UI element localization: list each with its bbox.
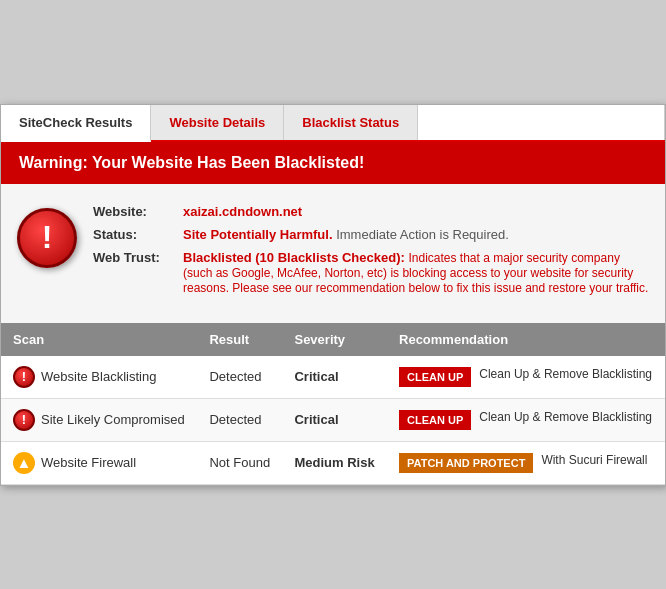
status-bold-text: Site Potentially Harmful. (183, 227, 333, 242)
info-section: ! Website: xaizai.cdndown.net Status: Si… (1, 184, 665, 323)
scan-table: Scan Result Severity Recommendation !Web… (1, 323, 665, 485)
recommendation-cell: CLEAN UPClean Up & Remove Blacklisting (387, 398, 665, 441)
status-label: Status: (93, 227, 183, 242)
recommendation-cell: CLEAN UPClean Up & Remove Blacklisting (387, 356, 665, 399)
result-cell: Detected (197, 356, 282, 399)
website-label: Website: (93, 204, 183, 219)
scan-cell: !Site Likely Compromised (1, 398, 197, 441)
tab-sitcheck-results[interactable]: SiteCheck Results (1, 105, 151, 142)
trust-blacklisted: Blacklisted (10 Blacklists Checked): (183, 250, 405, 265)
col-severity: Severity (282, 323, 387, 356)
tab-bar: SiteCheck Results Website Details Blackl… (1, 105, 665, 142)
cleanup-button[interactable]: CLEAN UP (399, 410, 471, 430)
col-rec-label: Recommendation (399, 332, 508, 347)
tab-spacer (418, 105, 665, 140)
table-row: !Website BlacklistingDetectedCriticalCLE… (1, 356, 665, 399)
status-row: Status: Site Potentially Harmful. Immedi… (93, 227, 649, 242)
website-value: xaizai.cdndown.net (183, 204, 649, 219)
warning-banner: Warning: Your Website Has Been Blacklist… (1, 142, 665, 184)
severity-cell: Critical (282, 398, 387, 441)
alert-circle: ! (17, 208, 77, 268)
severity-cell: Medium Risk (282, 441, 387, 484)
scan-name: Site Likely Compromised (41, 412, 185, 427)
trust-value: Blacklisted (10 Blacklists Checked): Ind… (183, 250, 649, 295)
status-rest-text: Immediate Action is Required. (336, 227, 509, 242)
tab-website-label: Website Details (169, 115, 265, 130)
website-link[interactable]: xaizai.cdndown.net (183, 204, 302, 219)
scan-name: Website Firewall (41, 455, 136, 470)
table-row: !Site Likely CompromisedDetectedCritical… (1, 398, 665, 441)
tab-sitecheck-label: SiteCheck Results (19, 115, 132, 130)
status-value: Site Potentially Harmful. Immediate Acti… (183, 227, 649, 242)
table-header-row: Scan Result Severity Recommendation (1, 323, 665, 356)
col-scan: Scan (1, 323, 197, 356)
rec-description: Clean Up & Remove Blacklisting (479, 367, 652, 381)
warning-icon: ▲ (13, 452, 35, 474)
tab-blacklist-status[interactable]: Blacklist Status (284, 105, 418, 140)
scan-name: Website Blacklisting (41, 369, 156, 384)
alert-icon: ! (17, 208, 77, 268)
website-row: Website: xaizai.cdndown.net (93, 204, 649, 219)
scan-cell: ▲Website Firewall (1, 441, 197, 484)
result-cell: Detected (197, 398, 282, 441)
error-icon: ! (13, 409, 35, 431)
col-scan-label: Scan (13, 332, 44, 347)
cleanup-button[interactable]: CLEAN UP (399, 367, 471, 387)
recommendation-cell: PATCH AND PROTECTWith Sucuri Firewall (387, 441, 665, 484)
info-table: Website: xaizai.cdndown.net Status: Site… (93, 204, 649, 303)
col-result-label: Result (209, 332, 249, 347)
main-window: SiteCheck Results Website Details Blackl… (0, 104, 666, 486)
trust-label: Web Trust: (93, 250, 183, 265)
col-result: Result (197, 323, 282, 356)
severity-cell: Critical (282, 356, 387, 399)
col-recommendation: Recommendation (387, 323, 665, 356)
rec-description: Clean Up & Remove Blacklisting (479, 410, 652, 424)
tab-blacklist-label: Blacklist Status (302, 115, 399, 130)
result-cell: Not Found (197, 441, 282, 484)
rec-description: With Sucuri Firewall (541, 453, 647, 467)
warning-text: Warning: Your Website Has Been Blacklist… (19, 154, 364, 171)
patch-button[interactable]: PATCH AND PROTECT (399, 453, 533, 473)
trust-row: Web Trust: Blacklisted (10 Blacklists Ch… (93, 250, 649, 295)
col-severity-label: Severity (294, 332, 345, 347)
error-icon: ! (13, 366, 35, 388)
scan-cell: !Website Blacklisting (1, 356, 197, 399)
tab-website-details[interactable]: Website Details (151, 105, 284, 140)
table-row: ▲Website FirewallNot FoundMedium RiskPAT… (1, 441, 665, 484)
